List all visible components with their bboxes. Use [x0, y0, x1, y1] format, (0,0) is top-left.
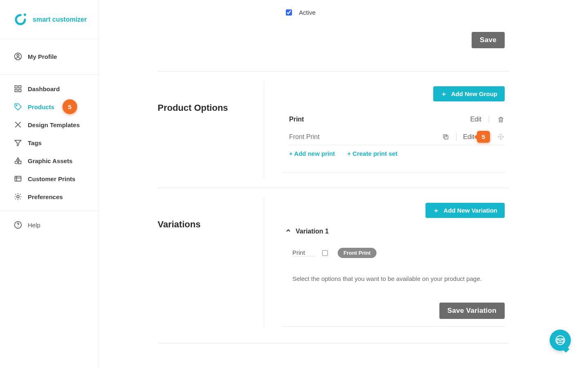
split-line: [264, 198, 264, 327]
sidebar-item-help[interactable]: Help: [0, 216, 98, 234]
shapes-icon: [14, 157, 22, 165]
svg-rect-6: [15, 90, 18, 92]
print-row: Front Print Edit 5: [289, 129, 505, 145]
svg-rect-10: [18, 161, 21, 164]
svg-point-14: [18, 226, 18, 227]
sidebar-item-customer-prints[interactable]: Customer Prints: [0, 170, 98, 188]
group-edit-link[interactable]: Edit: [470, 116, 481, 123]
sidebar-item-label: Products: [28, 103, 54, 110]
sidebar-item-label: Graphic Assets: [28, 157, 73, 164]
active-checkbox[interactable]: [286, 9, 292, 16]
sidebar-item-design-templates[interactable]: Design Templates: [0, 116, 98, 134]
funnel-icon: [14, 139, 22, 147]
variations-title: Variations: [158, 219, 200, 230]
sidebar-item-label: Preferences: [28, 193, 63, 200]
mail-icon: [555, 335, 566, 346]
plus-icon: ＋: [433, 207, 439, 214]
sidebar-item-label: Help: [28, 222, 40, 229]
sidebar-item-graphic-assets[interactable]: Graphic Assets: [0, 152, 98, 170]
brand-text: smart customizer: [33, 16, 87, 23]
sidebar-item-label: Tags: [28, 139, 42, 146]
separator: [489, 116, 489, 123]
group-actions: Edit: [470, 115, 505, 123]
active-row: Active: [284, 8, 316, 17]
product-options-title: Product Options: [158, 103, 228, 113]
sidebar-item-label: Customer Prints: [28, 175, 76, 182]
dashboard-icon: [14, 85, 22, 93]
add-new-group-button[interactable]: ＋ Add New Group: [433, 86, 505, 101]
print-name: Front Print: [289, 133, 320, 141]
prints-icon: [14, 175, 22, 183]
section-product-options: Product Options ＋ Add New Group Print Ed…: [158, 72, 509, 188]
drag-icon: [497, 133, 505, 141]
trash-icon[interactable]: [497, 115, 505, 123]
svg-point-3: [17, 54, 19, 56]
section-top: Active Save: [158, 0, 509, 72]
sidebar-item-profile[interactable]: My Profile: [0, 47, 98, 65]
group-footer-line: [283, 173, 505, 173]
variation-name: Variation 1: [296, 228, 329, 235]
button-label: Add New Group: [451, 90, 497, 97]
chevron-up-icon: [285, 227, 292, 236]
variation-print-label: Print: [292, 249, 315, 256]
products-badge: 5: [62, 99, 77, 114]
print-edit-label: Edit: [463, 133, 474, 141]
group-name: Print: [289, 116, 304, 123]
add-new-print-link[interactable]: + Add new print: [289, 150, 335, 157]
gear-icon: [14, 193, 22, 201]
svg-rect-7: [19, 90, 21, 92]
svg-rect-11: [15, 176, 21, 181]
sidebar-item-label: My Profile: [28, 53, 57, 60]
split-line: [264, 81, 264, 178]
variation-header[interactable]: Variation 1: [285, 227, 329, 236]
logo-icon: [14, 12, 27, 27]
chat-fab[interactable]: [550, 330, 571, 351]
group-header: Print Edit: [289, 112, 505, 127]
sidebar-item-tags[interactable]: Tags: [0, 134, 98, 152]
variation-print-checkbox[interactable]: [322, 250, 328, 256]
sidebar-item-label: Design Templates: [28, 121, 80, 128]
active-label: Active: [299, 9, 316, 16]
save-variation-button[interactable]: Save Variation: [439, 303, 505, 319]
brand-block: smart customizer: [0, 0, 98, 39]
sidebar-item-dashboard[interactable]: Dashboard: [0, 80, 98, 98]
svg-point-1: [24, 13, 26, 16]
divider: [0, 211, 98, 211]
variation-pill-front-print[interactable]: Front Print: [338, 248, 376, 258]
sidebar-item-preferences[interactable]: Preferences: [0, 188, 98, 206]
button-label: Add New Variation: [443, 207, 497, 214]
variation-footer-line: [283, 326, 505, 327]
copy-icon[interactable]: [441, 133, 450, 141]
plus-icon: ＋: [441, 91, 447, 97]
svg-point-9: [15, 161, 18, 164]
tour-pointer: 5: [477, 131, 490, 143]
print-edit[interactable]: Edit 5: [463, 131, 490, 143]
question-icon: [14, 221, 22, 229]
design-icon: [14, 121, 22, 129]
sidebar-item-label: Dashboard: [28, 85, 60, 92]
print-row-actions: Edit 5: [441, 131, 505, 143]
sidebar-item-products[interactable]: Products 5: [0, 98, 98, 116]
variation-body: Print Front Print Select the options tha…: [292, 248, 505, 282]
variation-note: Select the options that you want to be a…: [292, 275, 505, 282]
svg-rect-5: [19, 86, 21, 88]
main: Active Save Product Options ＋ Add New Gr…: [98, 0, 588, 368]
separator: [456, 133, 457, 141]
section-variations: Variations ＋ Add New Variation Variation…: [158, 188, 509, 343]
divider: [0, 74, 98, 75]
create-print-set-link[interactable]: + Create print set: [347, 150, 397, 157]
svg-point-0: [16, 15, 25, 24]
svg-point-8: [16, 105, 17, 106]
sidebar: smart customizer My Profile Dashboard Pr…: [0, 0, 98, 368]
tag-icon: [14, 103, 22, 111]
svg-point-12: [17, 195, 19, 198]
add-new-variation-button[interactable]: ＋ Add New Variation: [425, 203, 505, 218]
content: Active Save Product Options ＋ Add New Gr…: [158, 0, 509, 343]
svg-rect-4: [15, 86, 18, 88]
profile-icon: [14, 52, 22, 61]
save-button[interactable]: Save: [472, 32, 505, 48]
print-sub-actions: + Add new print + Create print set: [289, 150, 397, 157]
